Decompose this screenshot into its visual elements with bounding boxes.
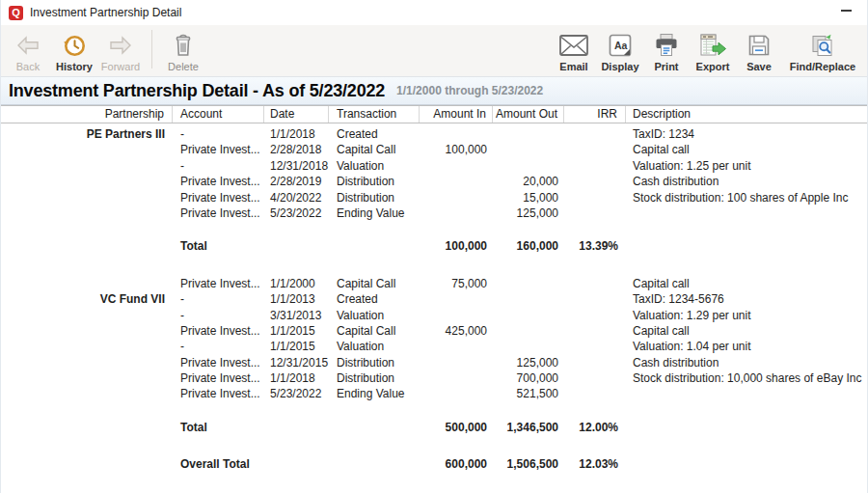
print-button[interactable]: Print — [643, 25, 690, 72]
back-label: Back — [16, 61, 40, 72]
find-replace-magnifier-icon — [810, 32, 835, 59]
save-label: Save — [746, 61, 772, 72]
cell-amount-in — [420, 339, 493, 354]
cell-account: Total — [173, 238, 264, 254]
title-bar: Q Investment Partnership Detail — [1, 0, 867, 25]
cell-partnership — [1, 238, 173, 254]
find-replace-button[interactable]: Find/Replace — [782, 25, 863, 72]
cell-account: - — [173, 126, 264, 142]
cell-account: Private Invest... — [173, 323, 264, 339]
cell-irr: 12.03% — [564, 456, 626, 472]
cell-transaction: Created — [329, 126, 420, 142]
table-row[interactable]: Private Invest...1/1/2015Capital Call425… — [1, 323, 867, 339]
column-header-description: Description — [626, 106, 867, 123]
cell-amount-in: 500,000 — [420, 420, 493, 435]
cell-partnership — [1, 308, 173, 323]
cell-partnership — [1, 174, 173, 189]
cell-date: 12/31/2015 — [264, 355, 329, 370]
cell-irr: 13.39% — [564, 238, 626, 254]
cell-date: 1/1/2018 — [264, 370, 329, 386]
back-button[interactable]: Back — [5, 25, 51, 72]
cell-irr — [564, 355, 626, 370]
table-row[interactable]: Private Invest...1/1/2018Distribution700… — [1, 370, 867, 386]
display-button[interactable]: Aa Display — [597, 25, 643, 72]
save-button[interactable]: Save — [736, 25, 782, 72]
quicken-logo-icon: Q — [9, 6, 23, 20]
cell-date: 1/1/2015 — [264, 339, 329, 354]
table-row[interactable]: -12/31/2018ValuationValuation: 1.25 per … — [1, 158, 867, 174]
delete-button[interactable]: Delete — [160, 25, 206, 72]
cell-transaction — [329, 420, 420, 435]
table-row[interactable]: PE Partners III-1/1/2018CreatedTaxID: 12… — [1, 126, 867, 142]
display-aa-icon: Aa — [608, 32, 633, 59]
cell-date — [264, 456, 329, 472]
cell-account: - — [173, 308, 264, 323]
table-row[interactable]: Private Invest...2/28/2019Distribution20… — [1, 174, 867, 189]
cell-account: Private Invest... — [173, 142, 264, 157]
cell-transaction: Distribution — [329, 174, 420, 189]
cell-irr — [564, 370, 626, 386]
cell-transaction: Valuation — [329, 158, 420, 174]
table-row[interactable]: Private Invest...2/28/2018Capital Call10… — [1, 142, 867, 157]
history-button[interactable]: History — [51, 25, 97, 72]
cell-irr — [564, 174, 626, 189]
cell-description: Capital call — [626, 276, 867, 291]
cell-description — [626, 420, 867, 435]
cell-transaction: Distribution — [329, 370, 420, 386]
cell-amount-out — [493, 158, 564, 174]
table-row[interactable]: Private Invest...12/31/2015Distribution1… — [1, 355, 867, 370]
cell-amount-in — [420, 355, 493, 370]
cell-partnership: PE Partners III — [1, 126, 173, 142]
cell-account: - — [173, 339, 264, 354]
display-label: Display — [601, 61, 638, 72]
cell-amount-out — [493, 126, 564, 142]
cell-description: Stock distribution: 10,000 shares of eBa… — [626, 370, 867, 386]
cell-amount-in — [420, 386, 493, 401]
cell-amount-in: 75,000 — [420, 276, 493, 291]
cell-transaction: Capital Call — [329, 276, 420, 291]
row-spacer — [1, 255, 867, 276]
cell-amount-in — [420, 291, 493, 307]
cell-transaction — [329, 456, 420, 472]
forward-button[interactable]: Forward — [97, 25, 144, 72]
cell-amount-in — [420, 190, 493, 205]
history-label: History — [56, 61, 93, 72]
cell-date — [264, 238, 329, 254]
column-header-partnership: Partnership — [1, 106, 173, 123]
cell-partnership — [1, 276, 173, 291]
table-row[interactable]: -3/31/2013ValuationValuation: 1.29 per u… — [1, 308, 867, 323]
table-row[interactable]: Private Invest...4/20/2022Distribution15… — [1, 190, 867, 205]
cell-description: Cash distribution — [626, 174, 867, 189]
back-arrow-icon — [16, 32, 40, 59]
cell-transaction: Distribution — [329, 190, 420, 205]
cell-account: Private Invest... — [173, 174, 264, 189]
cell-partnership — [1, 456, 173, 472]
export-spreadsheet-icon — [699, 32, 727, 59]
cell-amount-in: 100,000 — [420, 142, 493, 157]
table-row[interactable]: Private Invest...5/23/2022Ending Value52… — [1, 386, 867, 401]
table-row[interactable]: Private Invest...5/23/2022Ending Value12… — [1, 205, 867, 221]
table-row[interactable]: -1/1/2015ValuationValuation: 1.04 per un… — [1, 339, 867, 354]
section-total-row: Total500,0001,346,50012.00% — [1, 420, 867, 435]
cell-partnership — [1, 339, 173, 354]
cell-account: Overall Total — [173, 456, 264, 472]
cell-amount-out: 160,000 — [493, 238, 564, 254]
cell-transaction: Valuation — [329, 308, 420, 323]
email-envelope-icon — [559, 32, 588, 59]
cell-date: 3/31/2013 — [264, 308, 329, 323]
minimize-button[interactable] — [841, 10, 852, 12]
cell-description: Valuation: 1.04 per unit — [626, 339, 867, 354]
table-row[interactable]: Private Invest...1/1/2000Capital Call75,… — [1, 276, 867, 291]
cell-amount-out — [493, 291, 564, 307]
column-header-account: Account — [173, 106, 264, 123]
cell-partnership — [1, 386, 173, 401]
table-row[interactable]: VC Fund VII-1/1/2013CreatedTaxID: 1234-5… — [1, 291, 867, 307]
cell-account: Private Invest... — [173, 190, 264, 205]
cell-amount-out — [493, 308, 564, 323]
export-button[interactable]: Export — [690, 25, 736, 72]
cell-date: 2/28/2018 — [264, 142, 329, 157]
cell-amount-out: 521,500 — [493, 386, 564, 401]
email-button[interactable]: Email — [551, 25, 597, 72]
cell-description: TaxID: 1234 — [626, 126, 867, 142]
cell-amount-out: 700,000 — [493, 370, 564, 386]
